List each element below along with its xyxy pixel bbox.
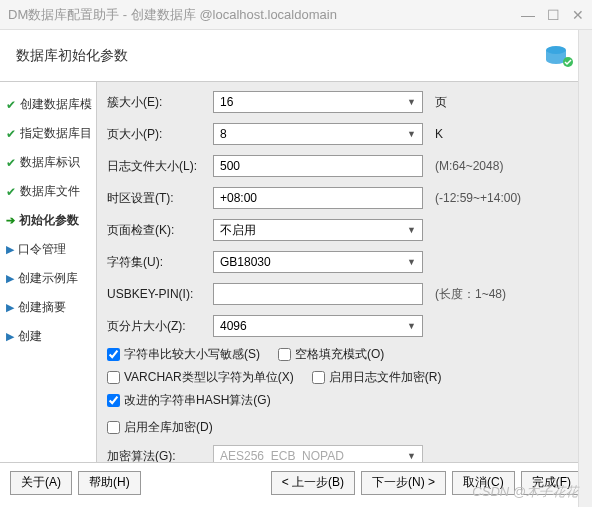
log-size-hint: (M:64~2048) [435, 159, 503, 173]
sidebar-item-init[interactable]: ➔初始化参数 [6, 206, 96, 235]
hash-improved-check[interactable]: 改进的字符串HASH算法(G) [107, 392, 271, 409]
usbkey-input[interactable] [213, 283, 423, 305]
sidebar-item-id[interactable]: ✔数据库标识 [6, 148, 96, 177]
slice-size-label: 页分片大小(Z): [107, 318, 213, 335]
check-icon: ✔ [6, 185, 16, 199]
minimize-icon[interactable]: — [521, 7, 535, 23]
arrow-icon: ▶ [6, 272, 14, 285]
chevron-down-icon: ▼ [407, 257, 416, 267]
sidebar-item-sample[interactable]: ▶创建示例库 [6, 264, 96, 293]
log-encrypt-check[interactable]: 启用日志文件加密(R) [312, 369, 442, 386]
check-icon: ✔ [6, 127, 16, 141]
log-size-label: 日志文件大小(L): [107, 158, 213, 175]
arrow-icon: ▶ [6, 301, 14, 314]
case-sensitive-check[interactable]: 字符串比较大小写敏感(S) [107, 346, 260, 363]
encrypt-algo-label: 加密算法(G): [107, 448, 213, 463]
extent-size-select[interactable]: 16▼ [213, 91, 423, 113]
extent-size-unit: 页 [435, 94, 447, 111]
close-icon[interactable]: ✕ [572, 7, 584, 23]
next-button[interactable]: 下一步(N) > [361, 471, 446, 495]
header: 数据库初始化参数 [0, 30, 592, 82]
check-icon: ✔ [6, 98, 16, 112]
sidebar-item-template[interactable]: ✔创建数据库模 [6, 90, 96, 119]
usbkey-hint: (长度：1~48) [435, 286, 506, 303]
chevron-down-icon: ▼ [407, 129, 416, 139]
page-check-label: 页面检查(K): [107, 222, 213, 239]
sidebar-item-create[interactable]: ▶创建 [6, 322, 96, 351]
check-icon: ✔ [6, 156, 16, 170]
cancel-button[interactable]: 取消(C) [452, 471, 515, 495]
chevron-down-icon: ▼ [407, 225, 416, 235]
page-title: 数据库初始化参数 [16, 47, 540, 65]
window-title: DM数据库配置助手 - 创建数据库 @localhost.localdomain [8, 6, 521, 24]
varchar-char-check[interactable]: VARCHAR类型以字符为单位(X) [107, 369, 294, 386]
encrypt-algo-select: AES256_ECB_NOPAD▼ [213, 445, 423, 462]
charset-select[interactable]: GB18030▼ [213, 251, 423, 273]
page-size-unit: K [435, 127, 443, 141]
form-panel: 簇大小(E): 16▼ 页 页大小(P): 8▼ K 日志文件大小(L): (M… [96, 82, 592, 462]
sidebar-item-dir[interactable]: ✔指定数据库目 [6, 119, 96, 148]
charset-label: 字符集(U): [107, 254, 213, 271]
extent-size-label: 簇大小(E): [107, 94, 213, 111]
arrow-icon: ▶ [6, 243, 14, 256]
titlebar: DM数据库配置助手 - 创建数据库 @localhost.localdomain… [0, 0, 592, 30]
page-size-select[interactable]: 8▼ [213, 123, 423, 145]
sidebar-item-files[interactable]: ✔数据库文件 [6, 177, 96, 206]
chevron-down-icon: ▼ [407, 451, 416, 461]
db-encrypt-check[interactable]: 启用全库加密(D) [107, 419, 213, 436]
finish-button[interactable]: 完成(F) [521, 471, 582, 495]
sidebar: ✔创建数据库模 ✔指定数据库目 ✔数据库标识 ✔数据库文件 ➔初始化参数 ▶口令… [0, 82, 96, 462]
window-controls: — ☐ ✕ [521, 7, 584, 23]
usbkey-label: USBKEY-PIN(I): [107, 287, 213, 301]
about-button[interactable]: 关于(A) [10, 471, 72, 495]
prev-button[interactable]: < 上一步(B) [271, 471, 355, 495]
chevron-down-icon: ▼ [407, 321, 416, 331]
chevron-down-icon: ▼ [407, 97, 416, 107]
scrollbar[interactable] [578, 30, 592, 507]
maximize-icon[interactable]: ☐ [547, 7, 560, 23]
sidebar-item-password[interactable]: ▶口令管理 [6, 235, 96, 264]
database-icon [540, 42, 576, 70]
timezone-hint: (-12:59~+14:00) [435, 191, 521, 205]
sidebar-item-summary[interactable]: ▶创建摘要 [6, 293, 96, 322]
help-button[interactable]: 帮助(H) [78, 471, 141, 495]
page-check-select[interactable]: 不启用▼ [213, 219, 423, 241]
log-size-input[interactable] [213, 155, 423, 177]
slice-size-select[interactable]: 4096▼ [213, 315, 423, 337]
arrow-icon: ➔ [6, 214, 15, 227]
timezone-input[interactable] [213, 187, 423, 209]
page-size-label: 页大小(P): [107, 126, 213, 143]
blank-pad-check[interactable]: 空格填充模式(O) [278, 346, 384, 363]
footer: 关于(A) 帮助(H) < 上一步(B) 下一步(N) > 取消(C) 完成(F… [0, 462, 592, 502]
timezone-label: 时区设置(T): [107, 190, 213, 207]
arrow-icon: ▶ [6, 330, 14, 343]
